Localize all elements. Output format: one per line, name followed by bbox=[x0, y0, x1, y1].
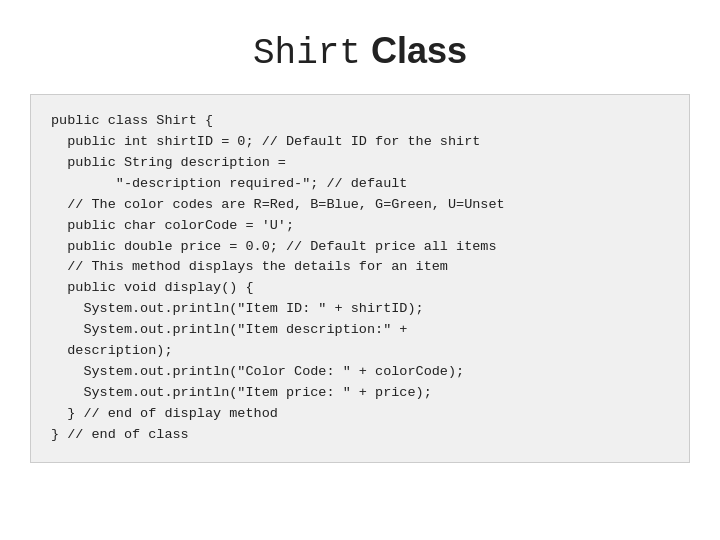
title-mono: Shirt bbox=[253, 33, 361, 74]
page-title: Shirt Class bbox=[253, 30, 467, 74]
title-sans: Class bbox=[371, 30, 467, 71]
code-block: public class Shirt { public int shirtID … bbox=[30, 94, 690, 463]
